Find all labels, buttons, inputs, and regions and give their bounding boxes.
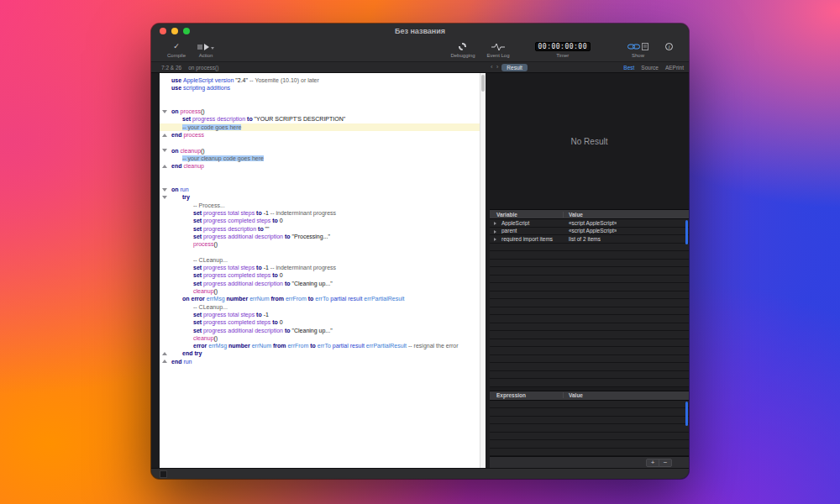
- back-arrow-icon[interactable]: ‹: [491, 64, 493, 71]
- compile-button[interactable]: ✓ Compile: [161, 39, 192, 61]
- debugging-label: Debugging: [450, 53, 475, 58]
- code-line[interactable]: set progress completed steps to 0: [160, 271, 480, 279]
- remove-expression-button[interactable]: −: [659, 459, 672, 467]
- empty-table-row: [490, 449, 689, 457]
- code-line[interactable]: cleanup(): [160, 334, 480, 342]
- handler-context[interactable]: on process(): [188, 65, 218, 71]
- code-line[interactable]: set progress total steps to -1 -- indete…: [160, 209, 480, 217]
- code-line[interactable]: use AppleScript version "2.4" -- Yosemit…: [160, 76, 480, 84]
- code-line[interactable]: -- CLeanup...: [160, 303, 480, 311]
- code-line[interactable]: use scripting additions: [160, 84, 480, 92]
- info-icon: i: [665, 42, 673, 51]
- script-icon-button[interactable]: [160, 470, 167, 478]
- zoom-button[interactable]: [183, 28, 190, 34]
- fold-open-icon[interactable]: [162, 149, 167, 152]
- timer-widget: 00:00:00:00 Timer: [529, 39, 596, 61]
- code-line[interactable]: set progress additional description to "…: [160, 280, 480, 287]
- code-line[interactable]: set progress total steps to -1: [160, 311, 480, 318]
- table-row[interactable]: required import itemslist of 2 items: [490, 235, 689, 244]
- code-line[interactable]: on cleanup(): [160, 147, 480, 155]
- titlebar[interactable]: Без названия: [151, 24, 689, 39]
- minimize-button[interactable]: [171, 28, 178, 34]
- code-line[interactable]: [160, 100, 480, 108]
- table-row[interactable]: AppleScript«script AppleScript»: [490, 219, 689, 228]
- close-button[interactable]: [160, 28, 166, 34]
- fold-open-icon[interactable]: [162, 196, 167, 199]
- disclosure-triangle-icon[interactable]: [494, 238, 496, 241]
- fold-open-icon[interactable]: [162, 110, 167, 113]
- code-line[interactable]: set progress additional description to "…: [160, 233, 480, 240]
- view-mode-aeprint[interactable]: AEPrint: [665, 65, 684, 71]
- link-icon: [627, 43, 640, 50]
- event-log-button[interactable]: Event Log: [480, 39, 515, 61]
- fold-open-icon[interactable]: [162, 188, 167, 192]
- tab-result[interactable]: Result: [501, 64, 527, 71]
- code-line[interactable]: [160, 249, 480, 256]
- empty-table-row: [490, 307, 689, 316]
- empty-table-row: [490, 363, 689, 371]
- variables-scrollbar[interactable]: [685, 220, 688, 244]
- code-line[interactable]: -- Process...: [160, 202, 480, 209]
- code-line[interactable]: [160, 171, 480, 178]
- code-line[interactable]: set progress description to "": [160, 225, 480, 233]
- result-view-modes: BestSourceAEPrint: [623, 62, 684, 72]
- empty-table-row: [490, 440, 689, 449]
- info-button[interactable]: i: [659, 39, 679, 61]
- expressions-scrollbar[interactable]: [685, 402, 688, 426]
- code-line[interactable]: end run: [160, 358, 480, 365]
- action-icons: [197, 42, 214, 51]
- toolbar-right-group: Debugging Event Log 00:00:00:00 Timer: [444, 39, 679, 61]
- code-line[interactable]: set progress total steps to -1 -- indete…: [160, 264, 480, 271]
- empty-table-row: [490, 251, 689, 260]
- variables-table-rows: AppleScript«script AppleScript»parent«sc…: [490, 219, 689, 387]
- code-line[interactable]: on process(): [160, 108, 480, 115]
- fold-close-icon[interactable]: [162, 134, 167, 137]
- table-row[interactable]: parent«script AppleScript»: [490, 228, 689, 236]
- code-line[interactable]: -- your code goes here: [160, 123, 480, 131]
- editor-scrollbar[interactable]: [480, 73, 486, 468]
- code-line[interactable]: set progress additional description to "…: [160, 327, 480, 334]
- code-line[interactable]: end process: [160, 131, 480, 139]
- empty-table-row: [490, 379, 689, 387]
- code-line[interactable]: [160, 139, 480, 146]
- disclosure-triangle-icon[interactable]: [494, 230, 496, 234]
- code-line[interactable]: on run: [160, 186, 480, 193]
- view-mode-best[interactable]: Best: [623, 65, 634, 71]
- disclosure-triangle-icon[interactable]: [494, 222, 496, 225]
- code-line[interactable]: set progress description to "YOUR SCRIPT…: [160, 115, 480, 123]
- no-result-text: No Result: [571, 137, 608, 146]
- code-line[interactable]: -- your cleanup code goes here: [160, 155, 480, 162]
- variable-column-header: Variable: [490, 212, 564, 218]
- empty-table-row: [490, 299, 689, 307]
- empty-table-row: [490, 417, 689, 425]
- code-line[interactable]: set progress completed steps to 0: [160, 217, 480, 224]
- code-line[interactable]: set progress completed steps to 0: [160, 318, 480, 326]
- action-button[interactable]: Action: [192, 39, 220, 61]
- forward-arrow-icon[interactable]: ›: [496, 64, 499, 71]
- code-line[interactable]: error errMsg number errNum from errFrom …: [160, 342, 480, 349]
- action-label: Action: [199, 53, 213, 58]
- debugging-button[interactable]: Debugging: [444, 39, 480, 61]
- code-line[interactable]: cleanup(): [160, 287, 480, 295]
- view-mode-source[interactable]: Source: [641, 65, 659, 71]
- scrollbar-thumb[interactable]: [481, 75, 485, 92]
- script-editor[interactable]: use AppleScript version "2.4" -- Yosemit…: [160, 73, 486, 468]
- code-line[interactable]: [160, 178, 480, 186]
- fold-close-icon[interactable]: [162, 360, 167, 363]
- code-line[interactable]: end try: [160, 349, 480, 357]
- show-label: Show: [632, 53, 644, 58]
- code-area[interactable]: use AppleScript version "2.4" -- Yosemit…: [160, 73, 480, 468]
- value-column-header: Value: [564, 392, 583, 398]
- code-line[interactable]: try: [160, 193, 480, 201]
- code-line[interactable]: process(): [160, 240, 480, 248]
- checkmark-icon: ✓: [173, 42, 180, 51]
- show-button[interactable]: Show: [622, 39, 654, 61]
- fold-close-icon[interactable]: [162, 352, 167, 355]
- fold-close-icon[interactable]: [162, 165, 167, 168]
- code-line[interactable]: [160, 92, 480, 100]
- expressions-toolbar: + −: [490, 456, 689, 468]
- add-expression-button[interactable]: +: [646, 459, 659, 467]
- code-line[interactable]: -- CLeanup...: [160, 256, 480, 264]
- code-line[interactable]: end cleanup: [160, 162, 480, 170]
- code-line[interactable]: on error errMsg number errNum from errFr…: [160, 295, 480, 302]
